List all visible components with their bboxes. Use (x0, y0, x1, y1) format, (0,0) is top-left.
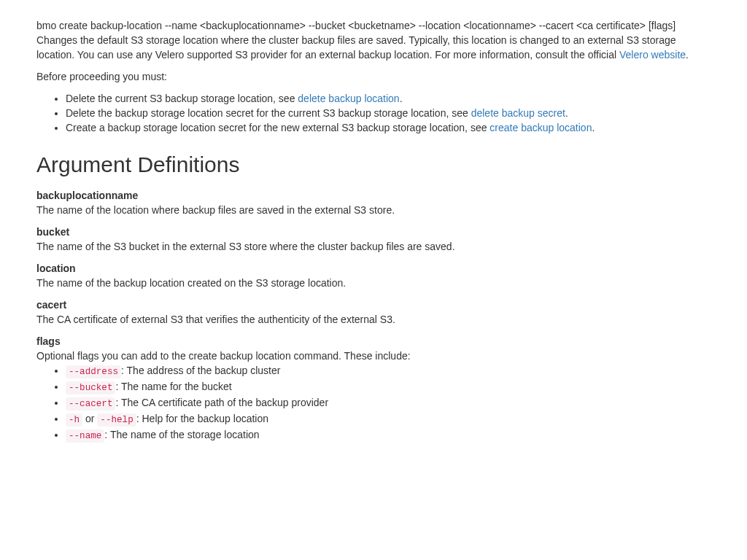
list-item: --address: The address of the backup clu… (66, 363, 711, 379)
arg-term-cacert: cacert (36, 298, 711, 312)
list-item: --cacert: The CA certificate path of the… (66, 395, 711, 411)
flags-list: --address: The address of the backup clu… (36, 363, 711, 443)
prereq-list: Delete the current S3 backup storage loc… (36, 91, 711, 135)
flag-code-h: -h (66, 413, 82, 427)
flag-code-address: --address (66, 365, 121, 378)
before-proceed: Before proceeding you must: (36, 69, 711, 84)
list-item: --bucket: The name for the bucket (66, 379, 711, 395)
arg-def-location: The name of the backup location created … (36, 276, 711, 290)
velero-website-link[interactable]: Velero website (619, 49, 686, 61)
arg-term-bucket: bucket (36, 225, 711, 239)
period: . (686, 49, 689, 61)
synopsis-line: bmo create backup-location --name <backu… (36, 20, 676, 31)
arg-term-backuplocationname: backuplocationname (36, 188, 711, 203)
command-description: bmo create backup-location --name <backu… (36, 18, 711, 62)
arg-def-backuplocationname: The name of the location where backup fi… (36, 203, 711, 217)
argument-definition-list: backuplocationname The name of the locat… (36, 188, 711, 443)
delete-backup-secret-link[interactable]: delete backup secret (471, 107, 565, 119)
flag-code-bucket: --bucket (66, 381, 115, 394)
arg-def-cacert: The CA certificate of external S3 that v… (36, 312, 711, 327)
heading-argument-definitions: Argument Definitions (36, 149, 711, 181)
arg-def-bucket: The name of the S3 bucket in the externa… (36, 239, 711, 254)
flag-code-name: --name (66, 429, 104, 443)
delete-backup-location-link[interactable]: delete backup location (298, 93, 399, 104)
desc-main: Changes the default S3 storage location … (36, 34, 676, 61)
arg-term-location: location (36, 261, 711, 276)
list-item: --name: The name of the storage location (66, 427, 711, 443)
create-backup-location-link[interactable]: create backup location (489, 122, 592, 133)
arg-term-flags: flags (36, 334, 711, 349)
list-item: -h or --help: Help for the backup locati… (66, 411, 711, 427)
arg-def-flags: Optional flags you can add to the create… (36, 349, 711, 443)
list-item: Create a backup storage location secret … (66, 120, 711, 135)
flag-code-help: --help (97, 413, 136, 427)
flag-code-cacert: --cacert (66, 397, 115, 411)
list-item: Delete the backup storage location secre… (66, 106, 711, 120)
doc-page: bmo create backup-location --name <backu… (0, 0, 747, 476)
list-item: Delete the current S3 backup storage loc… (66, 91, 711, 106)
